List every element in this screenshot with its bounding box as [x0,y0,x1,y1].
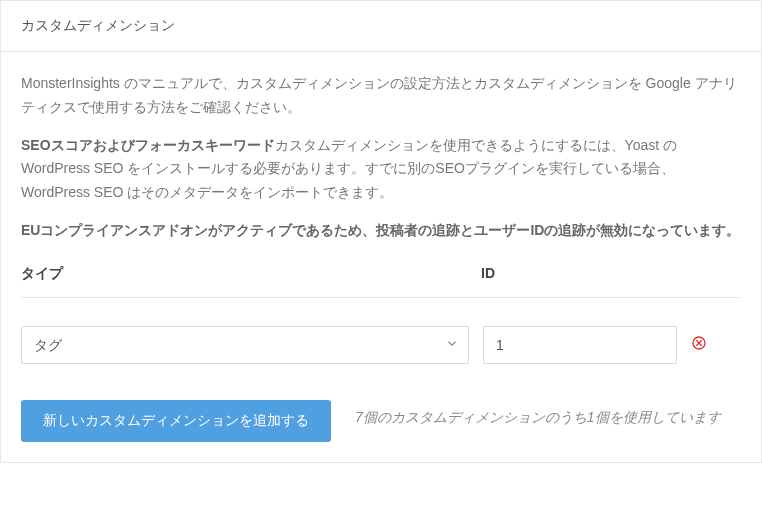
description-seo-bold: SEOスコアおよびフォーカスキーワード [21,137,275,153]
description-seo: SEOスコアおよびフォーカスキーワードカスタムディメンションを使用できるようにす… [21,134,741,205]
footer-row: 新しいカスタムディメンションを追加する 7個のカスタムディメンションのうち1個を… [21,400,741,442]
custom-dimensions-panel: カスタムディメンション MonsterInsights のマニュアルで、カスタム… [0,0,762,463]
column-header-id: ID [481,265,495,283]
id-input[interactable] [483,326,677,364]
panel-header: カスタムディメンション [1,1,761,52]
panel-title: カスタムディメンション [21,17,175,33]
remove-dimension-button[interactable] [691,335,707,354]
add-dimension-button[interactable]: 新しいカスタムディメンションを追加する [21,400,331,442]
type-select-wrap: タグ [21,326,469,364]
usage-text: 7個のカスタムディメンションのうち1個を使用しています [355,400,741,430]
panel-body: MonsterInsights のマニュアルで、カスタムディメンションの設定方法… [1,52,761,462]
description-manual: MonsterInsights のマニュアルで、カスタムディメンションの設定方法… [21,72,741,120]
column-header-type: タイプ [21,265,481,283]
dimensions-table-header: タイプ ID [21,257,741,298]
table-row: タグ [21,326,741,364]
description-eu-compliance: EUコンプライアンスアドオンがアクティブであるため、投稿者の追跡とユーザーIDの… [21,219,741,243]
description-eu-compliance-bold: EUコンプライアンスアドオンがアクティブであるため、投稿者の追跡とユーザーIDの… [21,222,740,238]
remove-icon [691,335,707,354]
type-select[interactable]: タグ [21,326,469,364]
